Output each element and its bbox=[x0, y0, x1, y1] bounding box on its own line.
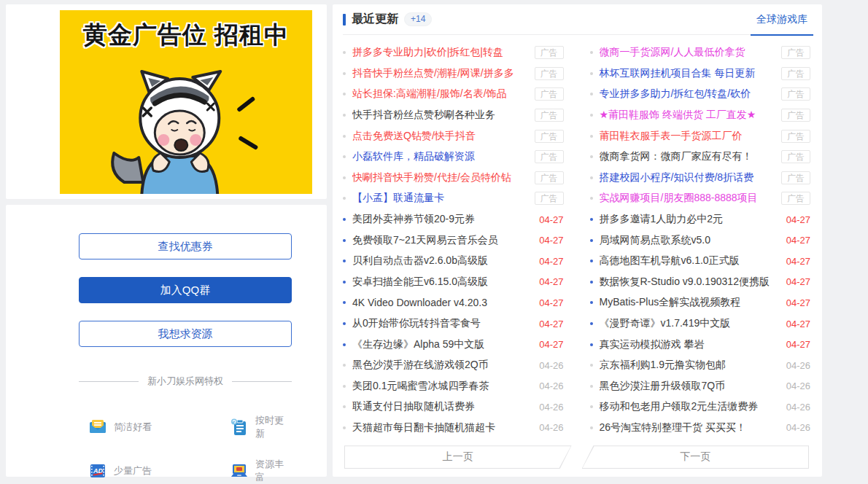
bullet-icon bbox=[343, 114, 346, 117]
list-item-link[interactable]: 联通支付日抽取随机话费券 bbox=[352, 400, 533, 413]
list-item-link[interactable]: 高德地图车机导航v6.1.0正式版 bbox=[600, 254, 780, 268]
list-item-link[interactable]: 专业拼多多助力/拆红包/转盘/砍价 bbox=[600, 87, 776, 101]
date-label: 04-27 bbox=[539, 319, 563, 329]
list-item-link[interactable]: 点击免费送Q钻赞/快手抖音 bbox=[352, 130, 529, 143]
bullet-icon bbox=[343, 218, 346, 221]
list-item-link[interactable]: 美团0.1元喝蜜雪冰城四季春茶 bbox=[352, 380, 533, 393]
list-item: 4K Video Downloader v4.20.3 04-27 bbox=[343, 292, 564, 313]
list-item-link[interactable]: 快唰抖音快手粉赞/代挂/会员特价钻 bbox=[352, 171, 529, 184]
list-item-link[interactable]: 微商拿货网：微商厂家应有尽有！ bbox=[600, 150, 776, 163]
ad-badge: 广告 bbox=[781, 150, 810, 163]
list-item-link[interactable]: 抖音快手粉丝点赞/潮鞋/网课/拼多多 bbox=[352, 67, 529, 80]
feature-label: 按时更新 bbox=[255, 414, 292, 440]
divider-line bbox=[79, 381, 139, 382]
list-item-link[interactable]: 4K Video Downloader v4.20.3 bbox=[352, 297, 533, 308]
list-item: 联通支付日抽取随机话费券 04-26 bbox=[343, 397, 564, 418]
list-item-link[interactable]: 真实运动模拟游戏 攀岩 bbox=[600, 338, 780, 351]
date-label: 04-27 bbox=[786, 214, 810, 225]
list-item-link[interactable]: 从0开始带你玩转抖音零食号 bbox=[352, 317, 533, 330]
list-item-link[interactable]: 安卓扫描全能王v6.15.0高级版 bbox=[352, 276, 533, 289]
list-item: 【小孟】联通流量卡 广告 bbox=[343, 188, 564, 209]
date-label: 04-27 bbox=[786, 339, 810, 350]
list-item: 美团0.1元喝蜜雪冰城四季春茶 04-26 bbox=[343, 376, 564, 397]
list-item-link[interactable]: 小磊软件库，精品破解资源 bbox=[352, 150, 529, 163]
updates-list-left: 拼多多专业助力|砍价|拆红包|转盘 广告 抖音快手粉丝点赞/潮鞋/网课/拼多多 … bbox=[343, 42, 564, 438]
date-label: 04-26 bbox=[539, 402, 563, 413]
bullet-icon bbox=[343, 259, 346, 262]
list-item: 高德地图车机导航v6.1.0正式版 04-27 bbox=[590, 251, 811, 272]
date-label: 04-27 bbox=[539, 214, 563, 225]
next-page-button[interactable]: 下一页 bbox=[582, 445, 810, 469]
updates-list-right: 微商一手货源网/人人最低价拿货 广告 林坏互联网挂机项目合集 每日更新 广告 专… bbox=[590, 42, 811, 438]
bullet-icon bbox=[590, 197, 593, 200]
document-icon bbox=[230, 418, 248, 436]
bullet-icon bbox=[590, 72, 593, 75]
list-item-link[interactable]: MyBatis-Plus全解实战视频教程 bbox=[600, 296, 780, 309]
list-item: 快手抖音粉丝点赞秒唰各种业务 广告 bbox=[343, 105, 564, 126]
list-item-link[interactable]: 拼多多专业助力|砍价|拆红包|转盘 bbox=[352, 46, 529, 59]
list-item: 局域网简易点歌系统v5.0 04-27 bbox=[590, 230, 811, 251]
list-item-link[interactable]: 【小孟】联通流量卡 bbox=[352, 192, 529, 205]
join-qq-group-button[interactable]: 加入QQ群 bbox=[79, 277, 292, 303]
date-label: 04-27 bbox=[786, 276, 810, 287]
date-label: 04-27 bbox=[786, 235, 810, 246]
date-label: 04-27 bbox=[786, 297, 810, 308]
list-item: 点击免费送Q钻赞/快手抖音 广告 bbox=[343, 125, 564, 147]
list-item-link[interactable]: 天猫超市每日翻卡抽随机猫超卡 bbox=[352, 421, 533, 434]
request-resources-button[interactable]: 我想求资源 bbox=[79, 321, 292, 347]
list-item-link[interactable]: 局域网简易点歌系统v5.0 bbox=[600, 234, 780, 247]
panel-header-left: 最近更新 +14 bbox=[343, 12, 432, 27]
ad-badge: 广告 bbox=[781, 46, 810, 59]
list-item: 美团外卖神券节领20-9元券 04-27 bbox=[343, 209, 564, 230]
list-item-link[interactable]: 微商一手货源网/人人最低价拿货 bbox=[600, 46, 776, 59]
list-item: 黑色沙漠注册升级领取7Q币 04-26 bbox=[590, 376, 811, 397]
list-item-link[interactable]: 林坏互联网挂机项目合集 每日更新 bbox=[600, 67, 776, 80]
bullet-icon bbox=[343, 322, 346, 325]
prev-page-button[interactable]: 上一页 bbox=[344, 445, 572, 469]
date-label: 04-26 bbox=[786, 360, 810, 371]
ad-badge: 广告 bbox=[535, 87, 564, 101]
bullet-icon bbox=[590, 176, 593, 179]
bullet-icon bbox=[590, 93, 593, 95]
ad-badge: 广告 bbox=[781, 192, 810, 205]
ad-banner[interactable]: 黄金广告位 招租中 bbox=[60, 10, 312, 194]
list-item-link[interactable]: 拼多多邀请1人助力必中2元 bbox=[600, 213, 780, 226]
list-item-link[interactable]: 美团外卖神券节领20-9元券 bbox=[352, 213, 533, 226]
list-item-link[interactable]: 贝利自动点击器v2.6.0b高级版 bbox=[352, 254, 533, 268]
list-item-link[interactable]: 快手抖音粉丝点赞秒唰各种业务 bbox=[352, 109, 529, 122]
list-item-link[interactable]: 26号淘宝特别整理干货 买买买！ bbox=[600, 421, 780, 434]
list-item-link[interactable]: 《漫野奇谭》v1.7.419中文版 bbox=[600, 317, 780, 330]
list-item-link[interactable]: 《生存边缘》Alpha 59中文版 bbox=[352, 338, 533, 351]
list-item-link[interactable]: ★莆田鞋服饰 终端供货 工厂直发★ bbox=[600, 109, 776, 122]
bullet-icon bbox=[343, 155, 346, 158]
divider-line bbox=[232, 381, 292, 382]
list-item-link[interactable]: 站长担保:高端潮鞋/服饰/名表/饰品 bbox=[352, 87, 529, 101]
laptop-icon bbox=[230, 462, 248, 480]
list-item: 莆田鞋衣服手表一手货源工厂价 广告 bbox=[590, 125, 811, 147]
list-item-link[interactable]: 黑色沙漠手游在线游戏领2Q币 bbox=[352, 359, 533, 372]
list-item-link[interactable]: 京东福利购1.9元撸实物包邮 bbox=[600, 359, 780, 372]
list-item-link[interactable]: 搭建校园小程序/知识付费/8折话费 bbox=[600, 171, 776, 184]
ad-badge: 广告 bbox=[781, 171, 810, 184]
bullet-icon bbox=[590, 405, 593, 408]
list-item-link[interactable]: 黑色沙漠注册升级领取7Q币 bbox=[600, 380, 780, 393]
list-item-link[interactable]: 免费领取7~21天网易云音乐会员 bbox=[352, 234, 533, 247]
bullet-icon bbox=[343, 239, 346, 242]
find-coupons-button[interactable]: 查找优惠券 bbox=[79, 233, 292, 259]
feature-item-updates: 按时更新 bbox=[230, 414, 292, 440]
prev-page-label: 上一页 bbox=[344, 445, 572, 469]
bullet-icon bbox=[343, 93, 346, 95]
list-item: 拼多多专业助力|砍价|拆红包|转盘 广告 bbox=[343, 42, 564, 63]
bullet-icon bbox=[343, 197, 346, 200]
new-count-badge: +14 bbox=[404, 12, 432, 26]
list-item-link[interactable]: 莆田鞋衣服手表一手货源工厂价 bbox=[600, 130, 776, 143]
bullet-icon bbox=[343, 405, 346, 408]
date-label: 04-27 bbox=[539, 235, 563, 246]
tab-global-game-library[interactable]: 全球游戏库 bbox=[753, 4, 810, 35]
feature-grid: 简洁好看 按时更新 bbox=[89, 414, 292, 484]
list-item-link[interactable]: 数据恢复R-Studio v9.0.190312便携版 bbox=[600, 276, 780, 289]
list-item-link[interactable]: 移动和包老用户领取2元生活缴费券 bbox=[600, 400, 780, 413]
bullet-icon bbox=[343, 72, 346, 75]
page: 黄金广告位 招租中 bbox=[0, 0, 868, 484]
list-item-link[interactable]: 实战网赚项目/朋友圈888-8888项目 bbox=[600, 192, 776, 205]
